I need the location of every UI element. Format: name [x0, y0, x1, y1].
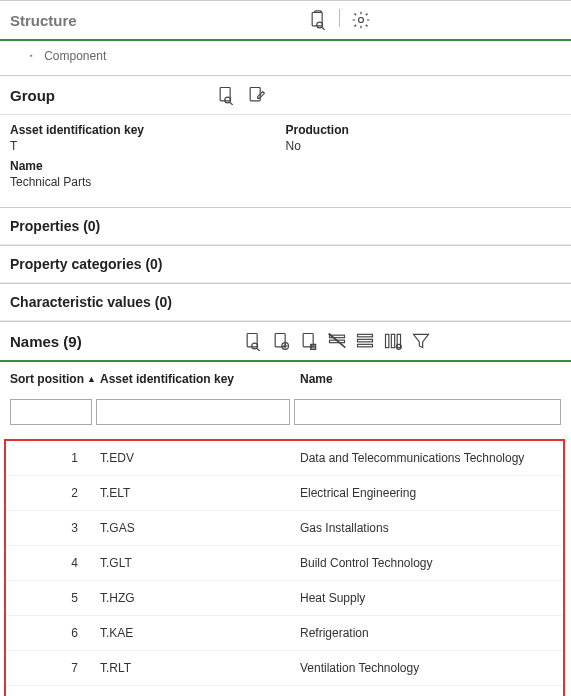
cell-name: Ventilation Technology	[300, 661, 555, 675]
page-edit-icon[interactable]	[245, 84, 267, 106]
gear-icon[interactable]	[350, 9, 372, 31]
filter-row	[0, 395, 571, 435]
characteristic-values-title: Characteristic values (0)	[10, 294, 172, 310]
structure-title: Structure	[10, 12, 77, 29]
list-icon[interactable]	[354, 330, 376, 352]
cell-key: T.EDV	[100, 451, 300, 465]
cell-key: T.RLT	[100, 661, 300, 675]
column-key-label: Asset identification key	[100, 372, 234, 386]
svg-rect-26	[391, 334, 394, 347]
sort-ascending-icon: ▲	[87, 374, 96, 384]
characteristic-values-section[interactable]: Characteristic values (0)	[0, 283, 571, 321]
structure-header: Structure	[0, 1, 571, 41]
cell-sort: 5	[14, 591, 100, 605]
table-row[interactable]: 3T.GASGas Installations	[6, 511, 563, 546]
cell-sort: 6	[14, 626, 100, 640]
asset-id-value: T	[10, 139, 286, 153]
group-header: Group	[0, 76, 571, 115]
table-row[interactable]: 6T.KAERefrigeration	[6, 616, 563, 651]
cell-key: T.HZG	[100, 591, 300, 605]
name-field: Name Technical Parts	[10, 159, 561, 189]
toolbar-divider	[339, 9, 340, 27]
asset-id-field: Asset identification key T	[10, 123, 286, 153]
breadcrumb-item[interactable]: Component	[44, 49, 106, 63]
filter-sort-input[interactable]	[10, 399, 92, 425]
page-search-icon[interactable]	[242, 330, 264, 352]
column-sort-position[interactable]: Sort position ▲	[10, 372, 100, 386]
svg-line-6	[230, 103, 233, 106]
names-title: Names (9)	[10, 333, 82, 350]
table-row[interactable]: 4T.GLTBuild Control Technology	[6, 546, 563, 581]
names-table: Sort position ▲ Asset identification key…	[0, 362, 571, 696]
table-row[interactable]: 8T.SANWater and Waste Water	[6, 686, 563, 696]
cell-key: T.GAS	[100, 521, 300, 535]
svg-rect-11	[275, 334, 285, 347]
cell-sort: 3	[14, 521, 100, 535]
cell-name: Refrigeration	[300, 626, 555, 640]
cell-name: Heat Supply	[300, 591, 555, 605]
cell-name: Electrical Engineering	[300, 486, 555, 500]
table-row[interactable]: 1T.EDVData and Telecommunications Techno…	[6, 441, 563, 476]
cell-key: T.GLT	[100, 556, 300, 570]
svg-line-2	[322, 28, 325, 31]
filter-key-input[interactable]	[96, 399, 290, 425]
funnel-icon[interactable]	[410, 330, 432, 352]
asset-id-label: Asset identification key	[10, 123, 286, 137]
structure-toolbar	[77, 9, 372, 31]
svg-point-3	[358, 18, 363, 23]
group-panel: Group Asset identification key T Product…	[0, 75, 571, 207]
column-asset-key[interactable]: Asset identification key	[100, 372, 300, 386]
group-toolbar	[215, 84, 267, 106]
structure-panel: Structure Component	[0, 0, 571, 75]
group-body: Asset identification key T Production No…	[0, 115, 571, 207]
svg-rect-22	[357, 334, 372, 337]
group-title: Group	[10, 87, 55, 104]
filter-clear-icon[interactable]	[326, 330, 348, 352]
cell-sort: 1	[14, 451, 100, 465]
page-add-icon[interactable]	[270, 330, 292, 352]
cell-name: Gas Installations	[300, 521, 555, 535]
svg-rect-23	[357, 339, 372, 342]
properties-title: Properties (0)	[10, 218, 100, 234]
filter-name-input[interactable]	[294, 399, 561, 425]
table-row[interactable]: 5T.HZGHeat Supply	[6, 581, 563, 616]
name-label: Name	[10, 159, 561, 173]
cell-key: T.ELT	[100, 486, 300, 500]
production-value: No	[286, 139, 562, 153]
table-body: 1T.EDVData and Telecommunications Techno…	[4, 439, 565, 696]
names-toolbar	[242, 330, 432, 352]
production-field: Production No	[286, 123, 562, 153]
names-header: Names (9)	[0, 321, 571, 362]
property-categories-title: Property categories (0)	[10, 256, 163, 272]
columns-icon[interactable]	[382, 330, 404, 352]
svg-rect-24	[357, 344, 372, 347]
cell-sort: 4	[14, 556, 100, 570]
svg-rect-25	[385, 334, 388, 347]
svg-line-10	[257, 349, 260, 352]
property-categories-section[interactable]: Property categories (0)	[0, 245, 571, 283]
cell-name: Data and Telecommunications Technology	[300, 451, 555, 465]
name-value: Technical Parts	[10, 175, 561, 189]
production-label: Production	[286, 123, 562, 137]
table-row[interactable]: 7T.RLTVentilation Technology	[6, 651, 563, 686]
column-name-label: Name	[300, 372, 333, 386]
cell-name: Build Control Technology	[300, 556, 555, 570]
svg-rect-27	[397, 334, 400, 347]
column-name[interactable]: Name	[300, 372, 561, 386]
page-delete-icon[interactable]	[298, 330, 320, 352]
cell-key: T.KAE	[100, 626, 300, 640]
cell-sort: 2	[14, 486, 100, 500]
cell-sort: 7	[14, 661, 100, 675]
page-search-icon[interactable]	[307, 9, 329, 31]
table-header-row: Sort position ▲ Asset identification key…	[0, 362, 571, 395]
column-sort-label: Sort position	[10, 372, 84, 386]
breadcrumb[interactable]: Component	[0, 41, 571, 75]
properties-section[interactable]: Properties (0)	[0, 207, 571, 245]
table-row[interactable]: 2T.ELTElectrical Engineering	[6, 476, 563, 511]
page-search-icon[interactable]	[215, 84, 237, 106]
